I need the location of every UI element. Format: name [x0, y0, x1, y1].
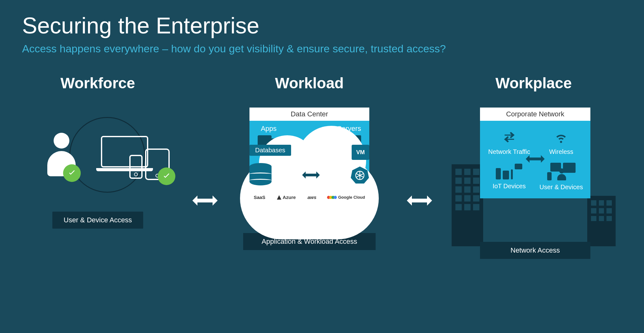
slide-subtitle: Access happens everywhere – how do you g…: [22, 42, 464, 56]
workforce-heading: Workforce: [61, 74, 135, 92]
workplace-column: Workplace Corporate Network Net: [445, 74, 622, 259]
network-traffic-item: Network Traffic: [488, 129, 530, 155]
workload-column: Workload Data Center Apps: [231, 74, 388, 250]
iot-icon: [496, 164, 522, 179]
datacenter-header: Data Center: [249, 108, 369, 121]
vm-badge: VM: [352, 145, 369, 160]
corporate-header: Corporate Network: [480, 108, 590, 121]
columns-row: Workforce: [22, 74, 622, 259]
aws-logo: aws: [307, 195, 316, 200]
devices-icon: [98, 136, 170, 183]
user-devices-item: User & Devices: [540, 163, 583, 191]
building-icon: [452, 164, 483, 246]
traffic-arrows-icon: [503, 129, 516, 145]
workforce-footer: User & Device Access: [52, 212, 143, 229]
apps-label: Apps: [261, 125, 277, 133]
workplace-heading: Workplace: [495, 74, 572, 92]
workload-visual: Data Center Apps: [237, 108, 382, 250]
user-devices-icon: [547, 163, 576, 180]
saas-label: SaaS: [254, 195, 266, 200]
workplace-visual: Corporate Network Network Traffic: [452, 108, 616, 259]
user-devices-label: User & Devices: [540, 184, 583, 191]
iot-devices-label: IoT Devices: [493, 183, 526, 190]
bi-arrow-icon: [407, 194, 432, 208]
wireless-label: Wireless: [549, 148, 573, 155]
user-icon: [47, 133, 76, 176]
azure-icon: [277, 195, 281, 200]
phone-icon: [129, 155, 143, 179]
workplace-footer: Network Access: [480, 242, 590, 259]
cloud-icon: Databases VM: [240, 157, 379, 239]
wifi-icon: [555, 129, 567, 145]
check-badge-icon: [158, 167, 175, 185]
workforce-column: Workforce: [22, 74, 173, 229]
workload-heading: Workload: [275, 74, 344, 92]
building-icon: [587, 196, 616, 246]
check-badge-icon: [63, 164, 81, 182]
kubernetes-icon: [350, 166, 369, 186]
slide-title: Securing the Enterprise: [22, 13, 622, 38]
slide: Securing the Enterprise Access happens e…: [0, 0, 644, 333]
databases-label: Databases: [249, 145, 291, 156]
iot-devices-item: IoT Devices: [493, 164, 526, 190]
bi-arrow-icon: [302, 171, 320, 181]
azure-logo: Azure: [277, 195, 296, 200]
network-traffic-label: Network Traffic: [488, 148, 530, 155]
google-icon: [328, 196, 337, 199]
workforce-visual: [32, 108, 164, 202]
google-cloud-logo: Google Cloud: [328, 195, 365, 200]
wireless-item: Wireless: [549, 129, 573, 155]
bi-arrow-icon: [526, 154, 545, 165]
database-icon: [249, 163, 272, 188]
bi-arrow-icon: [192, 194, 218, 208]
cloud-providers: SaaS Azure aws Google Cloud: [249, 195, 369, 200]
corporate-network-box: Corporate Network Network Traffic: [480, 108, 590, 198]
